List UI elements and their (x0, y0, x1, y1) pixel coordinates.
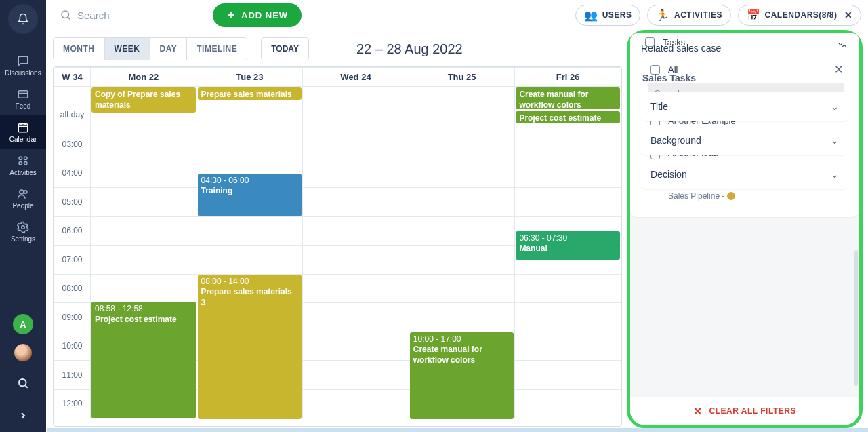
activity-icon: 🏃 (656, 9, 670, 22)
clear-filters-button[interactable]: ✕ CLEAR ALL FILTERS (630, 397, 859, 425)
hour-label: 11:00 (54, 370, 90, 380)
svg-rect-0 (18, 91, 28, 98)
filters-panel: Tasks ⌄ Sales Tasks Title⌄ Background⌄ D… (627, 30, 863, 428)
activities-pill[interactable]: 🏃ACTIVITIES (647, 5, 731, 26)
calendar-icon: 📅 (747, 9, 761, 22)
event-time: 06:30 - 07:30 (519, 233, 567, 243)
chevron-down-icon: ⌄ (837, 37, 844, 47)
event-allday[interactable]: Project cost estimate (516, 111, 620, 123)
svg-line-16 (68, 17, 70, 19)
day-header: Mon 22 (91, 68, 197, 87)
event-allday[interactable]: Create manual for workflow colors (516, 87, 620, 109)
svg-point-11 (24, 191, 28, 194)
pill-label: CALENDARS(8/8) (764, 10, 837, 20)
week-number: W 34 (54, 68, 91, 87)
day-header: Wed 24 (303, 68, 409, 87)
hour-label: 05:00 (54, 197, 90, 207)
view-month[interactable]: MONTH (54, 38, 104, 60)
chat-icon (17, 55, 29, 67)
event-time: 08:58 - 12:58 (95, 304, 143, 313)
filter-decision[interactable]: Decision⌄ (640, 159, 850, 189)
plus-icon (226, 10, 236, 20)
chevron-down-icon: ⌄ (831, 169, 839, 180)
calendars-pill[interactable]: 📅CALENDARS(8/8)✕ (738, 5, 861, 26)
allday-label: all-day (54, 87, 90, 119)
calendar-grid: W 34 Mon 22 Tue 23 Wed 24 Thu 25 Fri 26 … (53, 66, 622, 427)
hour-label: 04:00 (54, 168, 90, 178)
avatar-photo[interactable] (13, 342, 33, 363)
day-header: Thu 25 (409, 68, 515, 87)
event-allday[interactable]: Prepare sales materials 3 (198, 87, 302, 100)
view-week[interactable]: WEEK (104, 38, 150, 60)
search-icon (60, 9, 72, 21)
svg-point-10 (20, 190, 24, 194)
bottom-strip (47, 428, 868, 432)
status-dot-icon (727, 192, 735, 200)
today-button[interactable]: TODAY (261, 37, 309, 60)
hour-label: 07:00 (54, 255, 90, 264)
day-header: Tue 23 (197, 68, 303, 87)
svg-point-12 (22, 226, 25, 229)
svg-point-8 (19, 162, 22, 165)
chevron-down-icon: ⌄ (831, 135, 839, 146)
event-title: Project cost estimate (95, 315, 192, 326)
option-sub: Sales Pipeline - (668, 191, 735, 201)
tasks-label: Tasks (663, 37, 685, 47)
sidebar-item-settings[interactable]: Settings (0, 215, 46, 248)
sidebar-item-label: Discussions (5, 69, 41, 77)
day-header: Fri 26 (515, 68, 621, 87)
date-range: 22 – 28 Aug 2022 (356, 41, 463, 57)
notifications-button[interactable] (8, 4, 38, 34)
panel-title: Sales Tasks (642, 73, 696, 83)
users-pill[interactable]: 👥USERS (575, 5, 640, 26)
chevron-down-icon: ⌄ (831, 101, 839, 112)
search-placeholder: Search (77, 9, 110, 21)
sidebar-item-label: Activities (9, 169, 36, 176)
sidebar-item-calendar[interactable]: Calendar (0, 115, 46, 149)
view-day[interactable]: DAY (150, 38, 187, 60)
hour-label: 08:00 (54, 283, 90, 293)
hour-label: 09:00 (54, 313, 90, 322)
tasks-toggle[interactable]: Tasks ⌄ (645, 33, 844, 52)
global-search[interactable]: Search (53, 9, 202, 21)
svg-point-13 (19, 379, 26, 387)
sidebar-expand-button[interactable] (12, 405, 34, 427)
checkbox[interactable] (645, 37, 655, 47)
svg-point-7 (24, 157, 28, 160)
sidebar-search-button[interactable] (12, 372, 34, 394)
filter-background[interactable]: Background⌄ (640, 125, 850, 155)
pill-label: ACTIVITIES (674, 10, 722, 20)
sidebar-item-label: People (12, 202, 33, 210)
sidebar-item-activities[interactable]: Activities (0, 149, 46, 182)
search-icon (17, 377, 29, 389)
svg-point-9 (24, 162, 28, 165)
sidebar-item-label: Calendar (9, 136, 37, 143)
avatar-initial[interactable]: A (13, 314, 33, 334)
hour-label: 12:00 (54, 399, 90, 408)
add-new-label: ADD NEW (241, 10, 288, 20)
filter-title[interactable]: Title⌄ (640, 92, 850, 121)
view-timeline[interactable]: TIMELINE (186, 38, 247, 60)
chevron-right-icon (18, 410, 28, 421)
sidebar-item-discussions[interactable]: Discussions (0, 49, 46, 82)
close-icon: ✕ (693, 405, 703, 418)
sidebar-item-feed[interactable]: Feed (0, 82, 46, 115)
close-icon[interactable]: ✕ (844, 9, 853, 20)
sidebar-item-label: Settings (11, 235, 35, 243)
svg-point-15 (62, 11, 69, 18)
close-icon[interactable]: ✕ (834, 63, 843, 76)
hour-label: 10:00 (54, 341, 90, 351)
calendar-icon (17, 121, 29, 134)
feed-icon (17, 88, 29, 100)
event-time: 08:00 - 14:00 (201, 277, 249, 286)
add-new-button[interactable]: ADD NEW (213, 3, 302, 27)
svg-point-6 (19, 157, 22, 160)
sidebar: Discussions Feed Calendar Activities Peo… (0, 0, 46, 432)
sidebar-item-people[interactable]: People (0, 182, 46, 215)
gear-icon (17, 221, 29, 233)
event-allday[interactable]: Copy of Prepare sales materials (91, 87, 196, 113)
users-icon: 👥 (584, 9, 598, 22)
sidebar-item-label: Feed (16, 102, 31, 110)
people-icon (17, 188, 29, 200)
event-time: 04:30 - 06:00 (201, 176, 249, 185)
